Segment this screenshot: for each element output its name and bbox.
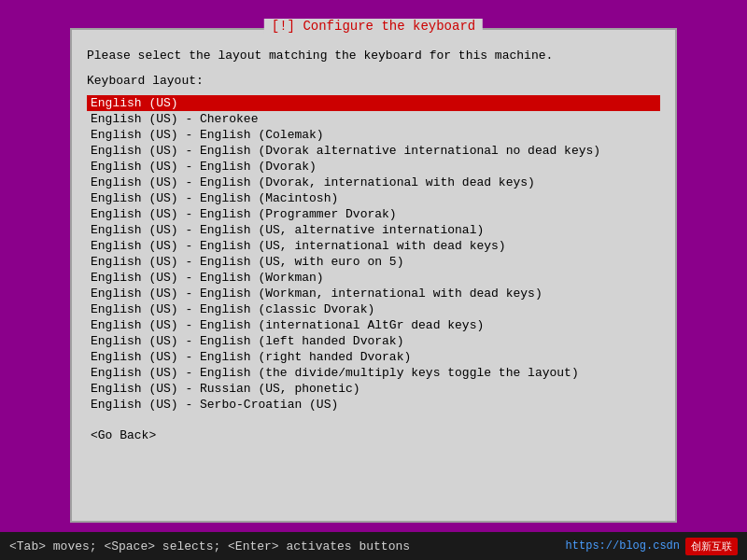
- layout-list: English (US)English (US) - CherokeeEngli…: [87, 95, 660, 413]
- dialog-title: [!] Configure the keyboard: [264, 19, 483, 34]
- list-item[interactable]: English (US) - Serbo-Croatian (US): [87, 397, 660, 413]
- list-item[interactable]: English (US) - English (international Al…: [87, 317, 660, 333]
- help-text: <Tab> moves; <Space> selects; <Enter> ac…: [9, 539, 410, 553]
- list-item[interactable]: English (US) - English (classic Dvorak): [87, 301, 660, 317]
- main-dialog: [!] Configure the keyboard Please select…: [70, 28, 677, 523]
- list-item[interactable]: English (US): [87, 95, 660, 111]
- list-item[interactable]: English (US) - English (the divide/multi…: [87, 365, 660, 381]
- list-item[interactable]: English (US) - English (Macintosh): [87, 190, 660, 206]
- list-item[interactable]: English (US) - English (US, alternative …: [87, 222, 660, 238]
- instruction-text: Please select the layout matching the ke…: [87, 49, 660, 63]
- list-item[interactable]: English (US) - English (Workman): [87, 270, 660, 286]
- list-item[interactable]: English (US) - Cherokee: [87, 111, 660, 127]
- list-item[interactable]: English (US) - English (Dvorak): [87, 159, 660, 175]
- list-item[interactable]: English (US) - Russian (US, phonetic): [87, 381, 660, 397]
- list-item[interactable]: English (US) - English (Programmer Dvora…: [87, 206, 660, 222]
- list-item[interactable]: English (US) - English (left handed Dvor…: [87, 333, 660, 349]
- url-text: https://blog.csdn: [566, 539, 680, 553]
- csdn-badge: 创新互联: [685, 538, 738, 555]
- list-item[interactable]: English (US) - English (Dvorak, internat…: [87, 175, 660, 190]
- keyboard-layout-label: Keyboard layout:: [87, 74, 660, 88]
- bottom-right: https://blog.csdn 创新互联: [566, 538, 738, 555]
- list-item[interactable]: English (US) - English (US, internationa…: [87, 238, 660, 254]
- bottom-bar: <Tab> moves; <Space> selects; <Enter> ac…: [0, 532, 747, 560]
- list-item[interactable]: English (US) - English (Colemak): [87, 127, 660, 143]
- list-item[interactable]: English (US) - English (US, with euro on…: [87, 254, 660, 270]
- go-back-button[interactable]: <Go Back>: [87, 427, 160, 443]
- list-item[interactable]: English (US) - English (right handed Dvo…: [87, 349, 660, 365]
- list-item[interactable]: English (US) - English (Dvorak alternati…: [87, 143, 660, 159]
- list-item[interactable]: English (US) - English (Workman, interna…: [87, 286, 660, 301]
